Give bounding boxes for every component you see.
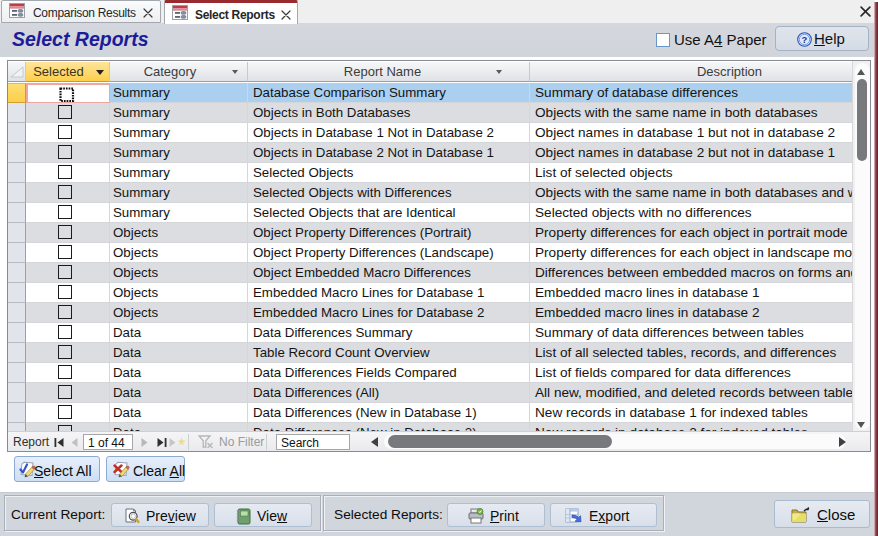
svg-text:?: ? (802, 34, 808, 45)
